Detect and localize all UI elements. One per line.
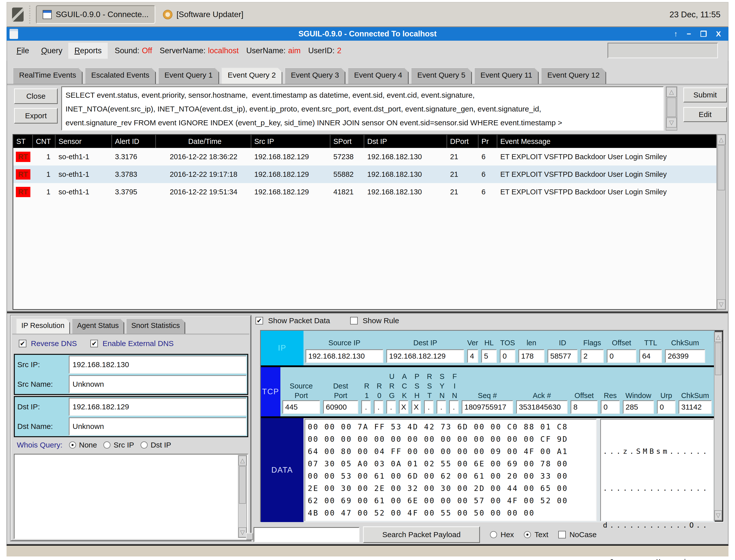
column-header-dport[interactable]: DPort bbox=[447, 135, 478, 148]
tab-ip-resolution[interactable]: IP Resolution bbox=[16, 318, 70, 334]
shade-button[interactable]: ↑ bbox=[674, 30, 678, 38]
packet-scrollbar[interactable]: △ ▽ bbox=[714, 331, 722, 521]
ip-header-ttl: TTL bbox=[639, 338, 662, 349]
submit-query-button[interactable]: Submit bbox=[683, 87, 727, 102]
scroll-down-icon[interactable]: ▽ bbox=[239, 527, 247, 537]
column-header-alert-id[interactable]: Alert ID bbox=[112, 135, 156, 148]
tab-event-query-1[interactable]: Event Query 1 bbox=[158, 67, 219, 84]
scrollbar-thumb[interactable] bbox=[667, 97, 676, 117]
tab-event-query-12[interactable]: Event Query 12 bbox=[541, 67, 606, 84]
sql-line-2: INET_NTOA(event.src_ip), INET_NTOA(event… bbox=[66, 102, 659, 116]
search-packet-payload-button[interactable]: Search Packet Payload bbox=[363, 526, 480, 543]
whois-scrollbar[interactable]: △ ▽ bbox=[238, 455, 247, 538]
column-header-sensor[interactable]: Sensor bbox=[56, 135, 112, 148]
column-header-dst-ip[interactable]: Dst IP bbox=[364, 135, 447, 148]
column-header-src-ip[interactable]: Src IP bbox=[251, 135, 330, 148]
radio-dst-ip-icon[interactable] bbox=[141, 441, 148, 449]
scrollbar-thumb[interactable] bbox=[715, 343, 721, 375]
taskbar-clock[interactable]: 23 Dec, 11:55 bbox=[669, 10, 723, 19]
ip-value-ttl: 64 bbox=[639, 349, 662, 363]
scroll-up-icon[interactable]: △ bbox=[717, 135, 725, 145]
tab-event-query-4[interactable]: Event Query 4 bbox=[348, 67, 409, 84]
panel-resize-handle[interactable] bbox=[246, 533, 253, 540]
reverse-dns-checkbox[interactable]: ✔ bbox=[19, 340, 26, 347]
event-row-3[interactable]: RT 1 so-eth1-1 3.3795 2016-12-22 19:51:3… bbox=[13, 183, 724, 201]
column-header-event-message[interactable]: Event Message bbox=[497, 135, 724, 148]
cell-event-message: ET EXPLOIT VSFTPD Backdoor User Login Sm… bbox=[497, 148, 724, 165]
payload-search-input[interactable] bbox=[254, 527, 360, 542]
tab-escalated-events[interactable]: Escalated Events bbox=[85, 67, 156, 84]
flag-fin-mid: I bbox=[449, 381, 460, 391]
taskbar-button-software-updater[interactable]: [Software Updater] bbox=[163, 10, 244, 19]
radio-text-icon[interactable] bbox=[524, 531, 531, 538]
tab-snort-statistics[interactable]: Snort Statistics bbox=[126, 318, 185, 334]
menu-query[interactable]: Query bbox=[35, 43, 68, 59]
dst-ip-field[interactable]: 192.168.182.129 bbox=[69, 398, 247, 416]
sql-line-3: event.signature_rev FROM event IGNORE IN… bbox=[66, 116, 659, 130]
scroll-down-icon[interactable]: ▽ bbox=[714, 510, 722, 520]
radio-none-icon[interactable] bbox=[69, 441, 76, 449]
connection-status: Sound:Off ServerName:localhost UserName:… bbox=[115, 46, 346, 55]
flag-syn-top: S bbox=[436, 372, 447, 381]
tab-event-query-3[interactable]: Event Query 3 bbox=[285, 67, 346, 84]
menu-file[interactable]: File bbox=[11, 43, 35, 59]
tab-event-query-11[interactable]: Event Query 11 bbox=[474, 67, 539, 84]
ip-header-source-ip: Source IP bbox=[306, 338, 383, 349]
tab-agent-status[interactable]: Agent Status bbox=[72, 318, 124, 334]
taskbar-button-sguil[interactable]: SGUIL-0.9.0 - Connecte... bbox=[36, 5, 155, 24]
edit-query-button[interactable]: Edit bbox=[683, 107, 727, 122]
nocase-checkbox[interactable] bbox=[558, 531, 566, 538]
scrollbar-thumb[interactable] bbox=[239, 466, 246, 504]
sql-query-text[interactable]: SELECT event.status, event.priority, sen… bbox=[61, 86, 664, 131]
src-ip-field[interactable]: 192.168.182.130 bbox=[69, 356, 247, 374]
whois-src-ip-option[interactable]: Src IP bbox=[103, 441, 134, 449]
column-header-pr[interactable]: Pr bbox=[478, 135, 497, 148]
tab-event-query-5[interactable]: Event Query 5 bbox=[411, 67, 472, 84]
ascii-line: .0......U.n.i.x. bbox=[603, 556, 711, 560]
scroll-up-icon[interactable]: △ bbox=[239, 456, 247, 466]
maximize-button[interactable]: ❐ bbox=[700, 30, 707, 38]
window-titlebar[interactable]: SGUIL-0.9.0 - Connected To localhost ↑ −… bbox=[7, 27, 728, 41]
flag-ack-top: A bbox=[399, 372, 410, 381]
close-window-button[interactable]: X bbox=[716, 30, 721, 38]
hex-dump-area[interactable]: 00 00 00 7A FF 53 4D 42 73 6D 00 00 C0 8… bbox=[305, 419, 597, 521]
scrollbar-thumb[interactable] bbox=[717, 145, 725, 190]
event-table-scrollbar[interactable]: △ ▽ bbox=[716, 134, 726, 310]
taskbar-app-icon[interactable] bbox=[12, 8, 24, 22]
ascii-dump-area[interactable]: ...z.SMBsm...... ................ d.....… bbox=[600, 419, 714, 521]
tcp-header-window: Window bbox=[623, 391, 654, 400]
scroll-down-icon[interactable]: ▽ bbox=[717, 299, 725, 309]
event-row-1[interactable]: RT 1 so-eth1-1 3.3176 2016-12-22 18:36:2… bbox=[13, 148, 724, 165]
external-dns-checkbox[interactable]: ✔ bbox=[90, 340, 98, 347]
minimize-button[interactable]: − bbox=[687, 30, 691, 38]
scroll-down-icon[interactable]: ▽ bbox=[666, 118, 677, 128]
scroll-up-icon[interactable]: △ bbox=[666, 87, 677, 97]
export-query-button[interactable]: Export bbox=[14, 108, 58, 124]
dst-name-field[interactable]: Unknown bbox=[69, 417, 247, 435]
ip-header-hl: HL bbox=[481, 338, 497, 349]
sql-scrollbar[interactable]: △ ▽ bbox=[666, 86, 677, 131]
tab-realtime-events[interactable]: RealTime Events bbox=[13, 67, 83, 84]
radio-hex-icon[interactable] bbox=[490, 531, 497, 538]
whois-none-option[interactable]: None bbox=[69, 441, 97, 449]
cell-src-ip: 192.168.182.129 bbox=[251, 183, 330, 201]
whois-output-area[interactable]: △ ▽ bbox=[14, 454, 248, 539]
menu-reports[interactable]: Reports bbox=[68, 43, 108, 59]
column-header-cnt[interactable]: CNT bbox=[33, 135, 56, 148]
column-header-st[interactable]: ST bbox=[13, 135, 33, 148]
tab-event-query-2[interactable]: Event Query 2 bbox=[221, 67, 283, 84]
radio-src-ip-icon[interactable] bbox=[103, 441, 111, 449]
column-header-sport[interactable]: SPort bbox=[330, 135, 364, 148]
whois-dst-ip-option[interactable]: Dst IP bbox=[141, 441, 171, 449]
show-packet-data-checkbox[interactable]: ✔ bbox=[256, 317, 263, 324]
event-row-2-selected[interactable]: RT 1 so-eth1-1 3.3783 2016-12-22 19:17:1… bbox=[13, 165, 724, 183]
menubar-status-box bbox=[607, 43, 718, 58]
dst-resolution-group: Dst IP: 192.168.182.129 Dst Name: Unknow… bbox=[14, 396, 248, 437]
menubar: File Query Reports Sound:Off ServerName:… bbox=[7, 41, 728, 61]
close-query-button[interactable]: Close bbox=[14, 88, 58, 104]
show-rule-checkbox[interactable] bbox=[350, 317, 358, 324]
column-header-datetime[interactable]: Date/Time bbox=[156, 135, 251, 148]
src-name-field[interactable]: Unknown bbox=[69, 375, 247, 393]
scroll-up-icon[interactable]: △ bbox=[714, 332, 722, 342]
taskbar: SGUIL-0.9.0 - Connecte... [Software Upda… bbox=[7, 2, 728, 27]
